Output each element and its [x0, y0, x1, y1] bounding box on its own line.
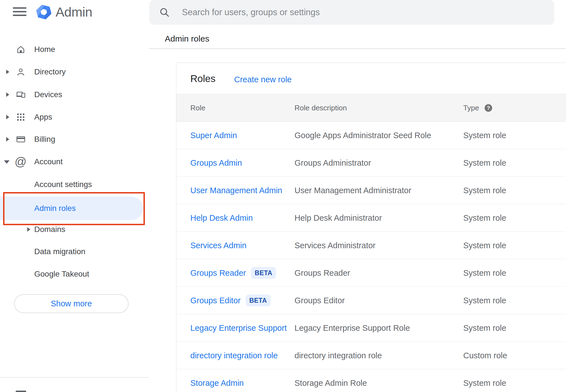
table-row: User Management Admin User Management Ad…: [176, 177, 566, 204]
table-row: Groups Editor BETA Groups Editor System …: [176, 287, 566, 314]
role-link[interactable]: User Management Admin: [190, 186, 282, 195]
table-row: Groups Reader BETA Groups Reader System …: [176, 259, 566, 287]
role-link[interactable]: Storage Admin: [190, 379, 244, 388]
sidebar-item-account[interactable]: @ Account: [0, 151, 149, 173]
sidebar-item-label: Apps: [34, 106, 52, 128]
table-row: Super Admin Google Apps Administrator Se…: [176, 122, 566, 149]
role-description: Storage Admin Role: [295, 369, 367, 392]
role-type: System role: [463, 287, 506, 314]
at-sign-icon: @: [15, 156, 27, 168]
search-bar[interactable]: Search for users, groups or settings: [149, 0, 554, 25]
sidebar-item-label: Domains: [34, 218, 65, 241]
expand-arrow-icon[interactable]: [6, 137, 9, 142]
role-description: User Management Administrator: [295, 177, 411, 204]
expand-arrow-icon[interactable]: [6, 92, 9, 97]
expand-arrow-icon[interactable]: [6, 70, 9, 74]
collapse-arrow-icon[interactable]: [4, 160, 10, 164]
sidebar-item-label: Data migration: [34, 240, 85, 263]
role-description: directory integration role: [295, 342, 382, 369]
role-link[interactable]: Super Admin: [190, 131, 237, 140]
sidebar-item-account-settings[interactable]: Account settings: [0, 173, 149, 196]
breadcrumb-divider: [149, 48, 566, 49]
role-type: System role: [463, 204, 506, 232]
search-input[interactable]: Search for users, groups or settings: [182, 7, 320, 17]
beta-badge: BETA: [246, 295, 271, 306]
google-admin-console: Admin Search for users, groups or settin…: [0, 0, 566, 392]
role-link[interactable]: Services Admin: [190, 241, 247, 250]
role-link[interactable]: Legacy Enterprise Support: [190, 323, 287, 333]
role-link[interactable]: Groups Editor: [190, 296, 241, 305]
role-description: Services Administrator: [295, 232, 376, 259]
column-header-role: Role: [190, 94, 205, 122]
role-link[interactable]: Groups Reader: [190, 268, 246, 278]
beta-badge: BETA: [251, 267, 276, 279]
create-new-role-link[interactable]: Create new role: [234, 75, 292, 84]
sidebar-item-label: Directory: [34, 61, 66, 83]
table-row: Groups Admin Groups Administrator System…: [176, 149, 566, 177]
show-more-button[interactable]: Show more: [14, 294, 129, 313]
credit-card-icon: [16, 134, 26, 144]
role-link[interactable]: Help Desk Admin: [190, 213, 253, 223]
role-link[interactable]: directory integration role: [190, 351, 278, 360]
role-description: Legacy Enterprise Support Role: [295, 314, 410, 342]
table-row: Services Admin Services Administrator Sy…: [176, 232, 566, 259]
role-link[interactable]: Groups Admin: [190, 158, 242, 168]
person-icon: [16, 67, 26, 77]
column-header-description: Role description: [295, 94, 347, 122]
breadcrumb: Admin roles: [165, 33, 209, 44]
table-row: Help Desk Admin Help Desk Administrator …: [176, 204, 566, 232]
sidebar-item-label: Admin roles: [34, 197, 76, 220]
role-type: System role: [463, 122, 506, 149]
expand-arrow-icon[interactable]: [27, 227, 30, 232]
expand-arrow-icon[interactable]: [6, 115, 9, 119]
devices-icon: [16, 90, 26, 100]
home-icon: [16, 44, 26, 54]
sidebar-item-domains[interactable]: Domains: [0, 218, 149, 241]
clipped-bottom-icon: [16, 391, 26, 392]
table-row: Storage Admin Storage Admin Role System …: [176, 369, 566, 392]
role-description: Groups Reader: [295, 259, 350, 287]
sidebar-item-devices[interactable]: Devices: [0, 83, 149, 106]
sidebar-item-label: Home: [34, 38, 55, 61]
card-title: Roles: [190, 72, 215, 85]
show-more-label: Show more: [51, 299, 92, 308]
table-row: Legacy Enterprise Support Legacy Enterpr…: [176, 314, 566, 342]
sidebar-item-label: Account: [34, 151, 63, 173]
search-icon: [159, 7, 170, 18]
role-type: System role: [463, 369, 506, 392]
role-description: Help Desk Administrator: [295, 204, 382, 232]
roles-card: Roles Create new role Role Role descript…: [176, 63, 566, 392]
sidebar-item-apps[interactable]: Apps: [0, 106, 149, 128]
role-type: System role: [463, 177, 506, 204]
column-header-type: Type ?: [463, 94, 492, 122]
sidebar-bottom-divider: [0, 377, 149, 378]
table-row: directory integration role directory int…: [176, 342, 566, 369]
sidebar-item-directory[interactable]: Directory: [0, 61, 149, 83]
role-type: System role: [463, 149, 506, 177]
role-type: System role: [463, 259, 506, 287]
apps-grid-icon: [16, 112, 26, 122]
sidebar-item-google-takeout[interactable]: Google Takeout: [0, 263, 149, 285]
help-icon[interactable]: ?: [485, 104, 492, 112]
sidebar-item-label: Devices: [34, 83, 62, 106]
role-description: Google Apps Administrator Seed Role: [295, 122, 431, 149]
role-description: Groups Administrator: [295, 149, 371, 177]
table-header: Role Role description Type ?: [176, 94, 566, 122]
sidebar-item-label: Google Takeout: [34, 263, 89, 285]
role-type: Custom role: [463, 342, 507, 369]
sidebar-item-billing[interactable]: Billing: [0, 128, 149, 151]
sidebar-item-label: Billing: [34, 128, 55, 151]
sidebar-item-label: Account settings: [34, 173, 92, 196]
app-title: Admin: [56, 4, 92, 20]
menu-button[interactable]: [13, 7, 26, 17]
role-description: Groups Editor: [295, 287, 345, 314]
role-type: System role: [463, 232, 506, 259]
sidebar-item-admin-roles[interactable]: Admin roles: [0, 197, 143, 220]
sidebar-item-data-migration[interactable]: Data migration: [0, 240, 149, 263]
role-type: System role: [463, 314, 506, 342]
sidebar-item-home[interactable]: Home: [0, 38, 149, 61]
hamburger-icon: [13, 7, 26, 9]
admin-logo-icon: [36, 4, 52, 20]
